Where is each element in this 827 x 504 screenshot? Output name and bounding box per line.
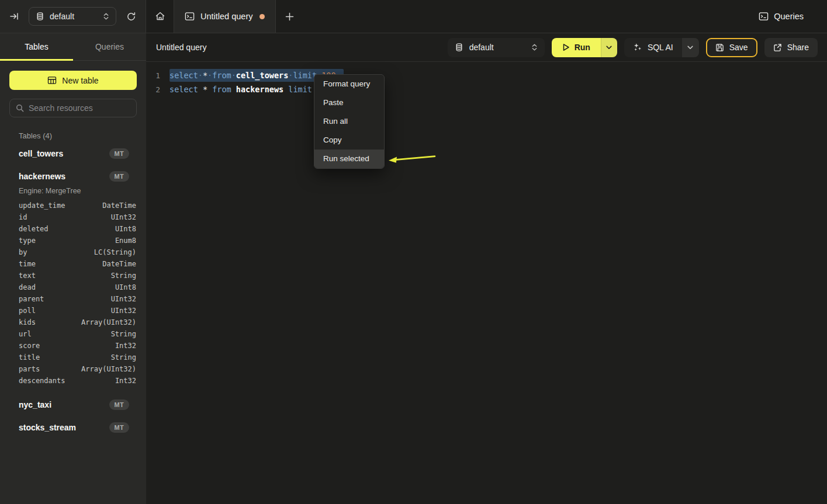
column-type: UInt32	[111, 213, 136, 221]
column-name: by	[19, 248, 27, 256]
refresh-icon	[126, 12, 136, 22]
whitespace-dot: ·	[207, 71, 212, 80]
table-item-cell-towers[interactable]: cell_towers MT	[0, 144, 146, 163]
new-table-button[interactable]: New table	[9, 71, 137, 90]
sql-ai-button-label: SQL AI	[648, 43, 673, 52]
column-name: score	[19, 342, 40, 350]
toolbar-database-selector[interactable]: default	[448, 38, 545, 57]
chevron-down-icon	[606, 46, 612, 50]
sidebar-tab-queries-label: Queries	[95, 42, 124, 51]
token-kw: from	[212, 85, 231, 94]
tables-section-label: Tables (4)	[19, 131, 146, 140]
database-icon	[455, 43, 463, 52]
menu-item-run-selected[interactable]: Run selected	[314, 150, 384, 168]
code-line[interactable]: 2select * from hackernews limit	[146, 82, 827, 96]
run-button[interactable]: Run	[552, 38, 601, 57]
queries-button[interactable]: Queries	[759, 0, 804, 33]
table-item-nyc-taxi[interactable]: nyc_taxi MT	[0, 395, 146, 414]
search-box[interactable]	[9, 99, 137, 117]
column-name: update_time	[19, 201, 65, 210]
column-row: partsArray(UInt32)	[0, 363, 146, 375]
column-name: descendants	[19, 377, 65, 385]
database-selector[interactable]: default	[29, 7, 116, 26]
column-row: idUInt32	[0, 211, 146, 223]
queries-icon	[759, 12, 769, 21]
token-kw: select	[169, 71, 198, 80]
sparkles-icon	[633, 43, 642, 52]
engine-badge: MT	[109, 148, 129, 159]
save-button[interactable]: Save	[706, 38, 757, 57]
menu-item-paste[interactable]: Paste	[314, 93, 384, 112]
table-grid-icon	[47, 76, 57, 85]
engine-badge: MT	[109, 171, 129, 182]
column-name: deleted	[19, 225, 49, 233]
column-type: String	[111, 353, 136, 362]
query-toolbar: Untitled query default Run	[146, 33, 827, 62]
save-icon	[715, 43, 724, 52]
column-row: descendantsInt32	[0, 375, 146, 387]
code-line[interactable]: 1select·*·from·cell_towers·limit·100·	[146, 68, 827, 82]
table-name: hackernews	[19, 172, 65, 181]
share-button[interactable]: Share	[764, 38, 818, 57]
line-number: 1	[146, 71, 160, 80]
column-row: scoreInt32	[0, 340, 146, 352]
tab-label: Untitled query	[200, 12, 252, 21]
search-input[interactable]	[29, 103, 130, 113]
menu-item-format-query[interactable]: Format query	[314, 75, 384, 93]
column-type: Array(UInt32)	[81, 318, 136, 326]
column-name: parts	[19, 365, 40, 373]
menu-item-run-all[interactable]: Run all	[314, 112, 384, 131]
refresh-button[interactable]	[126, 12, 136, 22]
run-options-caret[interactable]	[601, 38, 617, 57]
sql-ai-options-caret[interactable]	[682, 38, 699, 57]
share-icon	[773, 43, 782, 52]
home-tab[interactable]	[146, 0, 174, 33]
token-table: hackernews	[236, 85, 283, 94]
sql-ai-split-button: SQL AI	[624, 38, 699, 57]
menu-item-copy[interactable]: Copy	[314, 131, 384, 150]
new-tab-button[interactable]	[276, 0, 303, 33]
database-selector-value: default	[50, 12, 74, 21]
top-bar: default	[0, 0, 827, 33]
table-name: stocks_stream	[19, 423, 76, 432]
sidebar-tab-tables-label: Tables	[25, 42, 48, 51]
column-type: UInt8	[115, 225, 136, 233]
share-button-label: Share	[787, 43, 809, 52]
sql-ai-button[interactable]: SQL AI	[624, 38, 682, 57]
chevron-updown-icon	[103, 12, 109, 20]
engine-badge: MT	[109, 422, 129, 433]
token-op: *	[203, 85, 207, 94]
column-name: dead	[19, 283, 36, 291]
editor-context-menu: Format queryPasteRun allCopyRun selected	[314, 74, 385, 169]
column-type: UInt32	[111, 295, 136, 303]
table-item-hackernews[interactable]: hackernews MT	[0, 166, 146, 186]
tab-untitled-query[interactable]: Untitled query	[174, 0, 276, 33]
column-name: kids	[19, 318, 36, 326]
column-row: textString	[0, 270, 146, 281]
column-type: Int32	[115, 342, 136, 350]
token-kw: limit	[288, 85, 312, 94]
run-button-label: Run	[575, 43, 590, 52]
column-row: timeDateTime	[0, 258, 146, 270]
column-type: LC(String)	[94, 248, 136, 256]
column-row: byLC(String)	[0, 246, 146, 258]
sidebar-tab-queries[interactable]: Queries	[73, 33, 146, 60]
sql-editor[interactable]: 1select·*·from·cell_towers·limit·100·2se…	[146, 62, 827, 504]
column-type: UInt32	[111, 307, 136, 315]
engine-info: Engine: MergeTree	[19, 187, 146, 195]
token-kw: limit	[293, 71, 317, 80]
table-name: cell_towers	[19, 149, 63, 158]
column-name: time	[19, 260, 36, 268]
column-name: type	[19, 237, 36, 245]
topbar-left-section: default	[0, 0, 146, 33]
column-row: deletedUInt8	[0, 223, 146, 235]
collapse-sidebar-button[interactable]	[9, 12, 19, 21]
save-button-label: Save	[729, 43, 748, 52]
column-name: title	[19, 353, 40, 362]
column-name: poll	[19, 307, 36, 315]
sidebar-tab-tables[interactable]: Tables	[0, 33, 73, 60]
table-item-stocks-stream[interactable]: stocks_stream MT	[0, 418, 146, 437]
chevron-updown-icon	[531, 43, 538, 51]
column-name: id	[19, 213, 27, 221]
column-type: Array(UInt32)	[81, 365, 136, 373]
